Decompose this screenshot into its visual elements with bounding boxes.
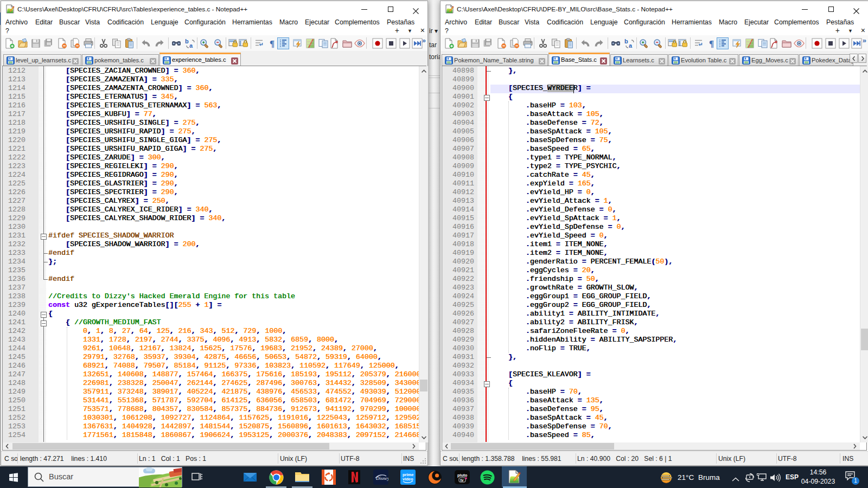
svg-text:pluto: pluto <box>457 473 468 478</box>
svg-text:a: a <box>189 42 193 49</box>
svg-text:Disney+: Disney+ <box>375 476 388 481</box>
svg-text:b: b <box>624 38 628 44</box>
svg-text:video: video <box>403 477 413 481</box>
svg-text:tv: tv <box>461 478 464 482</box>
svg-text:¶: ¶ <box>270 38 275 49</box>
svg-text:b: b <box>185 38 189 44</box>
svg-text:¶: ¶ <box>709 38 714 49</box>
svg-text:a: a <box>629 42 633 49</box>
